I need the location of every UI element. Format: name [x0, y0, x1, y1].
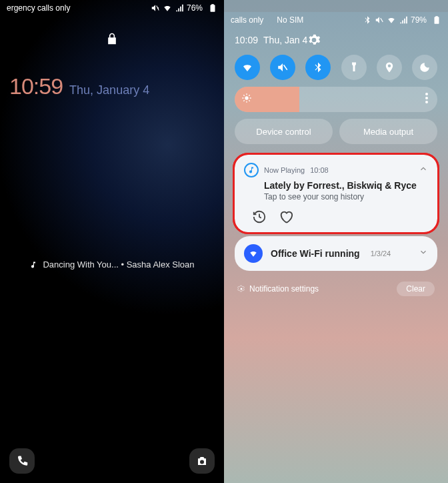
qs-flashlight[interactable]: [341, 55, 367, 80]
svg-point-19: [241, 288, 243, 290]
svg-point-17: [425, 97, 428, 99]
svg-rect-4: [435, 17, 439, 23]
music-note-icon: [244, 163, 259, 177]
device-control-button[interactable]: Device control: [235, 119, 333, 144]
signal-icon: [399, 15, 408, 25]
chevron-up-icon[interactable]: [419, 164, 428, 176]
notif-date: 1/3/24: [371, 250, 391, 258]
sun-icon: [241, 93, 252, 106]
battery-icon: [432, 15, 441, 25]
clear-button[interactable]: Clear: [397, 282, 435, 296]
history-icon[interactable]: [252, 209, 267, 224]
volume-mute-icon: [375, 15, 384, 25]
clock-date: Thu, January 4: [69, 83, 149, 97]
notif-time: 10:08: [310, 166, 329, 174]
phone-icon: [16, 455, 28, 467]
wifi-icon: [241, 61, 253, 73]
qs-location[interactable]: [377, 55, 402, 80]
gear-icon[interactable]: [307, 33, 321, 47]
carrier-text-right: No SIM: [277, 15, 303, 25]
camera-shortcut[interactable]: [189, 448, 215, 474]
music-note-icon: [29, 261, 37, 269]
flashlight-icon: [348, 61, 360, 73]
battery-pct: 76%: [187, 3, 203, 13]
now-playing-lockscreen[interactable]: Dancing With You... • Sasha Alex Sloan: [0, 260, 224, 270]
lockscreen-clock: 10:59 Thu, January 4: [9, 73, 224, 99]
media-output-button[interactable]: Media output: [339, 119, 437, 144]
volume-mute-icon: [151, 3, 160, 13]
location-icon: [383, 61, 395, 73]
camera-icon: [196, 455, 208, 467]
notif-title: Office Wi-Fi running: [271, 248, 360, 259]
phone-shortcut[interactable]: [9, 448, 35, 474]
quick-settings-row: [224, 52, 448, 87]
shade-time: 10:09: [235, 35, 258, 45]
svg-line-12: [243, 95, 244, 95]
heart-icon[interactable]: [279, 209, 293, 224]
wifi-icon: [163, 3, 172, 13]
bluetooth-icon: [363, 15, 372, 25]
mute-icon: [277, 61, 289, 73]
notification-settings-link[interactable]: Notification settings: [249, 284, 319, 294]
carrier-text-left: calls only: [231, 15, 263, 25]
gear-icon: [237, 285, 245, 293]
svg-point-18: [425, 101, 428, 103]
more-dots-icon[interactable]: [425, 93, 428, 106]
lockscreen: ergency calls only 76% 10:59 Thu, Januar…: [0, 0, 224, 483]
svg-rect-2: [211, 4, 214, 5]
qs-dnd[interactable]: [412, 55, 437, 80]
status-bar: ergency calls only 76%: [0, 0, 224, 16]
notif-title: Lately by Forrest., Biskwiq & Ryce: [264, 180, 428, 191]
now-playing-text: Dancing With You... • Sasha Alex Sloan: [43, 260, 194, 270]
qs-sound[interactable]: [270, 55, 295, 80]
svg-line-13: [249, 100, 249, 101]
svg-line-14: [243, 100, 244, 101]
bluetooth-icon: [312, 61, 324, 73]
carrier-text: ergency calls only: [7, 3, 70, 13]
battery-pct: 79%: [411, 15, 427, 25]
svg-line-3: [381, 18, 383, 22]
svg-point-7: [245, 96, 248, 99]
qs-bluetooth[interactable]: [305, 55, 331, 80]
battery-icon: [208, 3, 217, 13]
svg-rect-1: [211, 5, 215, 11]
notification-now-playing[interactable]: Now Playing 10:08 Lately by Forrest., Bi…: [235, 155, 437, 232]
wifi-icon: [387, 15, 396, 25]
dnd-icon: [419, 61, 431, 73]
notif-subtitle: Tap to see your song history: [264, 192, 428, 201]
svg-line-15: [249, 95, 249, 95]
qs-wifi[interactable]: [235, 55, 260, 80]
wifi-app-icon: [244, 244, 263, 263]
signal-icon: [175, 3, 184, 13]
status-bar: calls only No SIM 79%: [224, 12, 448, 28]
svg-rect-5: [435, 16, 438, 17]
app-name: Now Playing: [264, 166, 305, 174]
notification-wifi[interactable]: Office Wi-Fi running 1/3/24: [235, 236, 437, 271]
clock-time: 10:59: [9, 73, 63, 99]
lock-icon: [105, 31, 119, 47]
svg-point-16: [425, 93, 428, 95]
brightness-slider[interactable]: [235, 87, 437, 112]
notification-shade: calls only No SIM 79% 10:09 Thu, Jan 4: [224, 0, 448, 483]
chevron-down-icon[interactable]: [419, 248, 428, 260]
shade-date: Thu, Jan 4: [263, 35, 307, 45]
svg-line-6: [284, 65, 287, 70]
